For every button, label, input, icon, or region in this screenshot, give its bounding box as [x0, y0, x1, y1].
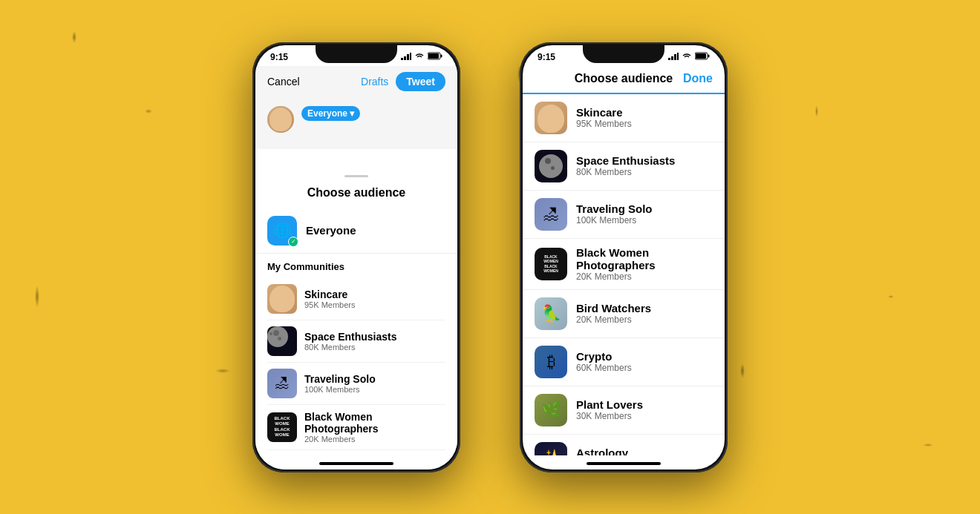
everyone-option[interactable]: 🌐 ✓ Everyone	[255, 208, 457, 254]
sheet-handle	[344, 175, 368, 177]
p2-bwp-info: Black Women Photographers 20K Members	[576, 246, 713, 282]
travel-info: Traveling Solo 100K Members	[304, 373, 445, 394]
tweet-button[interactable]: Tweet	[396, 72, 445, 91]
time-1: 9:15	[270, 52, 288, 62]
p2-astro[interactable]: ✨ Astrology 20K Members	[523, 435, 725, 455]
compose-header: Cancel Drafts Tweet	[255, 66, 457, 97]
p2-astro-name: Astrology	[576, 447, 713, 455]
drafts-button[interactable]: Drafts	[361, 76, 388, 88]
battery-icon-2	[695, 52, 710, 62]
p2-travel-info: Traveling Solo 100K Members	[576, 202, 713, 225]
done-button[interactable]: Done	[683, 72, 713, 85]
svg-rect-9	[674, 54, 676, 60]
p2-bwp-thumb: BLACKWOMENBLACKWOMEN	[535, 248, 567, 280]
header-actions: Drafts Tweet	[361, 72, 445, 91]
phone-2-screen: 9:15	[523, 45, 725, 469]
p2-plant[interactable]: 🌿 Plant Lovers 30K Members	[523, 386, 725, 435]
battery-icon-1	[428, 52, 442, 62]
p2-travel[interactable]: 🏖 Traveling Solo 100K Members	[523, 191, 725, 239]
p2-plant-thumb: 🌿	[535, 394, 567, 426]
p2-travel-thumb: 🏖	[535, 198, 567, 231]
community-item-skincare[interactable]: Skincare 95K Members	[267, 278, 445, 320]
space-name: Space Enthusiasts	[304, 331, 445, 343]
bwp-members: 20K Members	[304, 435, 445, 444]
bwp-thumb: BLACKWOMEBLACKWOME	[267, 412, 297, 442]
compose-area: Everyone ▾	[255, 97, 457, 149]
community-item-travel[interactable]: 🏖 Traveling Solo 100K Members	[267, 363, 445, 405]
p2-plant-name: Plant Lovers	[576, 398, 713, 411]
status-icons-2	[668, 52, 710, 62]
p2-plant-info: Plant Lovers 30K Members	[576, 398, 713, 421]
p2-bwp[interactable]: BLACKWOMENBLACKWOMEN Black Women Photogr…	[523, 239, 725, 290]
home-indicator-2	[587, 462, 661, 465]
p2-crypto-name: Crypto	[576, 350, 713, 363]
everyone-label: Everyone	[307, 108, 347, 119]
p2-bird[interactable]: 🦜 Bird Watchers 20K Members	[523, 290, 725, 338]
svg-rect-8	[671, 56, 673, 60]
community-item-bwp[interactable]: BLACKWOMEBLACKWOME Black Women Photograp…	[267, 405, 445, 450]
avatar	[267, 106, 294, 133]
check-icon: ✓	[288, 237, 298, 247]
p2-plant-members: 30K Members	[576, 411, 713, 421]
p2-space-thumb	[535, 150, 567, 182]
svg-rect-7	[668, 58, 670, 60]
phone2-title: Choose audience	[575, 72, 673, 85]
phones-container: 9:15	[0, 0, 980, 514]
p2-space-name: Space Enthusiasts	[576, 154, 713, 167]
communities-section: My Communities Skincare 95K Members	[255, 254, 457, 455]
wifi-icon-1	[414, 53, 425, 62]
wifi-icon-2	[682, 53, 692, 62]
chevron-down-icon: ▾	[350, 108, 354, 119]
bottom-sheet: Choose audience 🌐 ✓ Everyone My Communit…	[255, 169, 457, 469]
sheet-title: Choose audience	[255, 186, 457, 200]
svg-rect-0	[401, 58, 403, 60]
p2-travel-name: Traveling Solo	[576, 202, 713, 215]
travel-members: 100K Members	[304, 385, 445, 394]
svg-rect-3	[410, 53, 411, 60]
bwp-info: Black Women Photographers 20K Members	[304, 411, 445, 444]
p2-bwp-name: Black Women Photographers	[576, 246, 713, 271]
svg-rect-5	[441, 55, 442, 58]
travel-thumb: 🏖	[267, 369, 297, 398]
phone-1: 9:15	[252, 42, 460, 472]
p2-crypto[interactable]: ₿ Crypto 60K Members	[523, 338, 725, 386]
p2-space[interactable]: Space Enthusiasts 80K Members	[523, 142, 725, 191]
p2-crypto-members: 60K Members	[576, 363, 713, 373]
svg-rect-6	[428, 53, 439, 59]
everyone-badge[interactable]: Everyone ▾	[301, 106, 360, 121]
p2-skincare-name: Skincare	[576, 106, 713, 119]
home-indicator-1	[319, 462, 393, 465]
phone-1-screen: 9:15	[255, 45, 457, 469]
p2-bird-name: Bird Watchers	[576, 302, 713, 314]
communities-title: My Communities	[267, 261, 445, 272]
p2-bwp-members: 20K Members	[576, 271, 713, 282]
p2-space-info: Space Enthusiasts 80K Members	[576, 154, 713, 177]
everyone-icon: 🌐 ✓	[267, 216, 297, 246]
community-item-space[interactable]: Space Enthusiasts 80K Members	[267, 320, 445, 363]
space-info: Space Enthusiasts 80K Members	[304, 331, 445, 352]
p2-crypto-thumb: ₿	[535, 346, 567, 378]
svg-rect-2	[407, 54, 409, 60]
notch-2	[583, 45, 664, 63]
p2-space-members: 80K Members	[576, 167, 713, 177]
bwp-name: Black Women Photographers	[304, 411, 445, 435]
notch-1	[316, 45, 397, 63]
p2-crypto-info: Crypto 60K Members	[576, 350, 713, 373]
skincare-thumb	[267, 284, 297, 314]
svg-rect-10	[677, 53, 679, 60]
p2-skincare-thumb	[535, 102, 567, 134]
skincare-name: Skincare	[304, 289, 445, 300]
skincare-info: Skincare 95K Members	[304, 289, 445, 309]
time-2: 9:15	[538, 52, 555, 62]
cancel-button[interactable]: Cancel	[267, 76, 300, 88]
p2-bird-info: Bird Watchers 20K Members	[576, 302, 713, 325]
p2-skincare-info: Skincare 95K Members	[576, 106, 713, 129]
phone2-list: Skincare 95K Members Space Enthusiasts	[523, 94, 725, 455]
signal-icon-1	[401, 53, 411, 62]
p2-astro-info: Astrology 20K Members	[576, 447, 713, 455]
p2-travel-members: 100K Members	[576, 215, 713, 225]
status-icons-1	[401, 52, 442, 62]
space-thumb	[267, 326, 297, 356]
p2-skincare[interactable]: Skincare 95K Members	[523, 94, 725, 142]
phone-2: 9:15	[520, 42, 728, 472]
